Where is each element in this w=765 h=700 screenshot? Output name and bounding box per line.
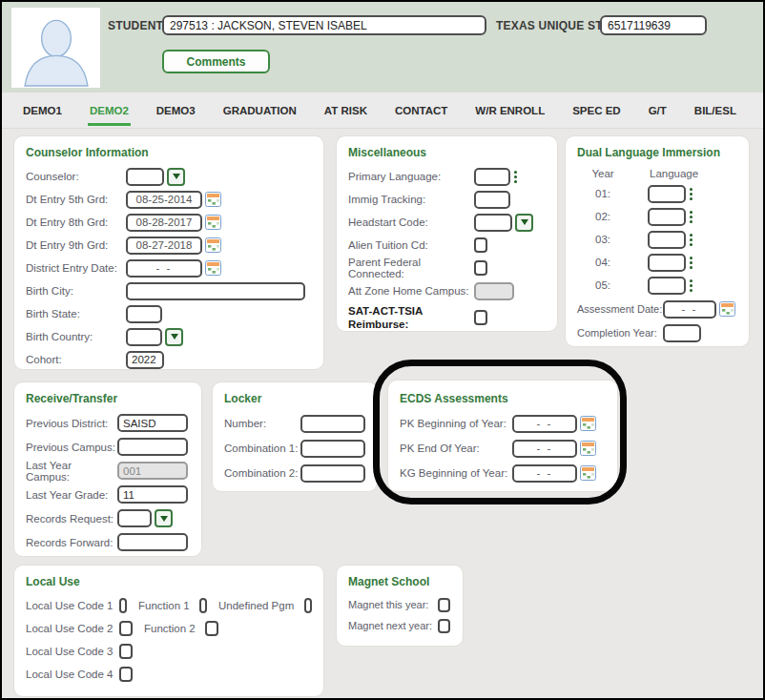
birth-country-input[interactable]	[126, 328, 162, 346]
counselor-label: Counselor:	[26, 171, 126, 182]
calendar-icon[interactable]	[205, 260, 221, 276]
calendar-icon[interactable]	[205, 237, 221, 253]
dual-language-input-05[interactable]	[648, 277, 686, 295]
local-use-code3-checkbox[interactable]	[119, 644, 133, 659]
records-request-input[interactable]	[117, 509, 152, 527]
function2-checkbox[interactable]	[205, 621, 218, 636]
sat-reimburse-checkbox[interactable]	[474, 310, 487, 325]
ellipsis-picker-icon[interactable]	[690, 188, 693, 200]
dt-entry-9th-label: Dt Entry 9th Grd:	[26, 239, 126, 251]
tab-bil-esl[interactable]: BIL/ESL	[693, 96, 738, 126]
dt-entry-8th-label: Dt Entry 8th Grd:	[26, 216, 126, 228]
tab-demo2[interactable]: DEMO2	[88, 96, 131, 126]
unique-id-input[interactable]	[600, 15, 707, 35]
calendar-icon[interactable]	[580, 441, 596, 456]
immig-tracking-row: Immig Tracking:	[348, 188, 546, 211]
dt-entry-8th-input[interactable]	[126, 214, 202, 232]
tab-demo3[interactable]: DEMO3	[155, 96, 197, 126]
district-entry-input[interactable]	[126, 259, 202, 278]
panel-dual-language-immersion: Dual Language Immersion Year Language 01…	[565, 135, 750, 347]
ellipsis-picker-icon[interactable]	[690, 279, 693, 292]
kg-beginning-row: KG Beginning of Year:	[400, 461, 606, 485]
tab-graduation[interactable]: GRADUATION	[221, 96, 299, 126]
dual-panel-title: Dual Language Immersion	[577, 146, 737, 159]
dual-language-input-01[interactable]	[648, 185, 686, 203]
alien-tuition-label: Alien Tuition Cd:	[348, 239, 474, 251]
last-year-grade-row: Last Year Grade:	[26, 483, 190, 506]
dt-entry-5th-input[interactable]	[126, 191, 202, 209]
ellipsis-picker-icon[interactable]	[690, 211, 693, 223]
primary-language-input[interactable]	[474, 168, 510, 186]
comments-button[interactable]: Comments	[162, 50, 270, 73]
dt-entry-9th-input[interactable]	[126, 237, 202, 255]
combination2-input[interactable]	[300, 464, 365, 483]
dual-language-input-04[interactable]	[648, 254, 686, 272]
tab-spec-ed[interactable]: SPEC ED	[570, 96, 623, 126]
magnet-this-year-checkbox[interactable]	[438, 598, 450, 612]
student-name-input[interactable]	[162, 15, 486, 35]
last-year-campus-label: Last Year Campus:	[26, 460, 117, 483]
immig-tracking-input[interactable]	[474, 191, 510, 209]
calendar-icon[interactable]	[580, 465, 596, 481]
local-use-row-4: Local Use Code 4	[26, 663, 312, 686]
completion-year-input[interactable]	[663, 324, 701, 342]
counselor-input[interactable]	[126, 168, 164, 186]
birth-city-input[interactable]	[126, 282, 305, 300]
previous-campus-row: Previous Campus:	[26, 435, 190, 459]
calendar-icon[interactable]	[205, 192, 221, 207]
parent-federal-checkbox[interactable]	[474, 260, 487, 276]
cohort-input[interactable]	[126, 351, 164, 369]
tab-demo1[interactable]: DEMO1	[21, 96, 64, 126]
headstart-input[interactable]	[474, 214, 512, 232]
records-request-dropdown-button[interactable]	[155, 509, 173, 527]
combination1-input[interactable]	[300, 440, 365, 458]
calendar-icon[interactable]	[719, 301, 735, 317]
kg-beginning-label: KG Beginning of Year:	[400, 467, 512, 479]
panel-local-use: Local Use Local Use Code 1 Function 1 Un…	[13, 565, 324, 697]
pk-beginning-input[interactable]	[512, 415, 577, 433]
counselor-dropdown-button[interactable]	[167, 168, 185, 186]
panel-locker: Locker Number: Combination 1: Combinatio…	[212, 381, 378, 492]
function1-checkbox[interactable]	[199, 598, 207, 613]
kg-beginning-input[interactable]	[512, 464, 577, 483]
local-use-code1-checkbox[interactable]	[119, 598, 127, 613]
tab-contact[interactable]: CONTACT	[393, 96, 449, 126]
last-year-grade-input[interactable]	[117, 485, 188, 504]
pk-end-label: PK End Of Year:	[400, 443, 512, 454]
locker-number-row: Number:	[224, 411, 365, 436]
tab-gt[interactable]: G/T	[647, 96, 669, 126]
magnet-next-year-checkbox[interactable]	[438, 619, 450, 633]
birth-state-input[interactable]	[126, 305, 162, 323]
pk-end-input[interactable]	[512, 440, 577, 458]
headstart-dropdown-button[interactable]	[515, 214, 533, 232]
dual-language-input-02[interactable]	[648, 208, 686, 226]
magnet-next-year-label: Magnet next year:	[348, 620, 438, 631]
dual-year-label: 04:	[577, 257, 629, 268]
local-use-code4-label: Local Use Code 4	[26, 669, 119, 680]
dropdown-arrow-icon	[173, 174, 180, 179]
undefined-pgm-checkbox[interactable]	[304, 598, 312, 613]
previous-district-input[interactable]	[117, 414, 188, 432]
records-forward-input[interactable]	[117, 533, 188, 551]
dropdown-arrow-icon	[171, 334, 178, 340]
local-use-code2-checkbox[interactable]	[119, 621, 133, 636]
calendar-icon[interactable]	[580, 416, 596, 431]
ellipsis-picker-icon[interactable]	[690, 257, 693, 269]
primary-language-row: Primary Language:	[348, 165, 546, 188]
district-entry-row: District Entry Date:	[26, 257, 312, 279]
dual-row-03: 03:	[577, 228, 737, 251]
dual-language-input-03[interactable]	[648, 231, 686, 249]
function2-label: Function 2	[144, 623, 205, 634]
tab-wr-enroll[interactable]: W/R ENROLL	[473, 96, 547, 126]
assessment-date-input[interactable]	[663, 300, 716, 319]
locker-number-input[interactable]	[300, 415, 365, 433]
ellipsis-picker-icon[interactable]	[690, 234, 693, 246]
ellipsis-picker-icon[interactable]	[514, 171, 517, 183]
tab-at-risk[interactable]: AT RISK	[322, 96, 369, 126]
previous-campus-input[interactable]	[117, 438, 188, 456]
dual-year-label: 01:	[577, 188, 629, 199]
birth-country-dropdown-button[interactable]	[165, 328, 183, 346]
calendar-icon[interactable]	[205, 215, 221, 230]
alien-tuition-checkbox[interactable]	[474, 237, 487, 253]
local-use-code4-checkbox[interactable]	[119, 667, 133, 682]
